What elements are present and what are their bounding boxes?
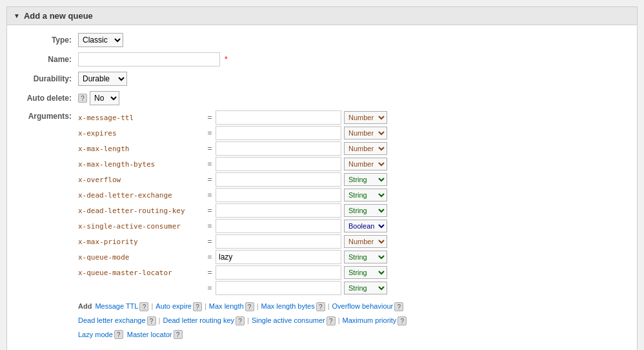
- arg-row: x-queue-mode=NumberStringBoolean: [78, 250, 407, 264]
- arg-value-6[interactable]: [216, 203, 341, 218]
- arg-type-5[interactable]: NumberStringBoolean: [344, 189, 387, 201]
- arg-key-3: x-max-length-bytes: [78, 160, 204, 169]
- arg-row: x-overflow=NumberStringBoolean: [78, 172, 407, 187]
- arg-eq-10: =: [206, 268, 213, 277]
- arg-type-2[interactable]: NumberStringBoolean: [344, 142, 387, 155]
- shortcut-maximum-priority[interactable]: Maximum priority: [343, 314, 397, 327]
- durability-row: Durability: Durable Transient: [14, 72, 630, 86]
- auto-delete-select[interactable]: No Yes: [90, 91, 119, 105]
- arg-value-4[interactable]: [216, 172, 341, 187]
- panel-body: Type: Classic Quorum Name: * Durability:…: [7, 25, 637, 350]
- arg-eq-9: =: [206, 252, 213, 262]
- type-row: Type: Classic Quorum: [14, 33, 630, 47]
- arguments-table: x-message-ttl=NumberStringBooleanx-expir…: [78, 110, 407, 295]
- shortcut-single-active-consumer[interactable]: Single active consumer: [252, 314, 325, 327]
- arg-value-10[interactable]: [216, 265, 341, 280]
- arg-type-6[interactable]: NumberStringBoolean: [344, 204, 387, 217]
- name-control: *: [78, 52, 228, 67]
- shortcut-master-locator[interactable]: Master locator: [127, 329, 172, 342]
- arg-value-8[interactable]: [216, 234, 341, 249]
- help-message-ttl[interactable]: ?: [139, 302, 148, 311]
- help-dead-letter-routing-key[interactable]: ?: [236, 316, 245, 325]
- arg-key-1: x-expires: [78, 129, 204, 138]
- sep-2: |: [205, 300, 206, 313]
- help-dead-letter-exchange[interactable]: ?: [147, 316, 156, 325]
- type-select[interactable]: Classic Quorum: [78, 33, 123, 47]
- auto-delete-help[interactable]: ?: [78, 94, 87, 103]
- arg-type-10[interactable]: NumberStringBoolean: [344, 266, 387, 279]
- type-label: Type:: [14, 36, 78, 45]
- arg-value-0[interactable]: [216, 110, 341, 125]
- arg-row: x-max-length=NumberStringBoolean: [78, 141, 407, 156]
- arg-type-1[interactable]: NumberStringBoolean: [344, 127, 387, 139]
- arg-eq-4: =: [206, 175, 213, 184]
- name-input[interactable]: [78, 52, 220, 67]
- add-queue-panel: ▼ Add a new queue Type: Classic Quorum N…: [6, 6, 638, 350]
- help-master-locator[interactable]: ?: [174, 330, 183, 339]
- arg-key-0: x-message-ttl: [78, 114, 204, 122]
- name-required: *: [225, 55, 228, 64]
- help-maximum-priority[interactable]: ?: [397, 316, 407, 325]
- shortcut-dead-letter-exchange[interactable]: Dead letter exchange: [78, 314, 146, 327]
- arg-row: x-message-ttl=NumberStringBoolean: [78, 110, 407, 125]
- arg-eq-2: =: [206, 144, 213, 153]
- sep-5: |: [159, 314, 161, 327]
- arg-value-11[interactable]: [216, 281, 341, 295]
- auto-delete-control: ? No Yes: [78, 91, 119, 105]
- shortcuts-row-1: Add Message TTL ? | Auto expire ? | Max …: [78, 300, 407, 313]
- shortcuts: Add Message TTL ? | Auto expire ? | Max …: [78, 300, 407, 341]
- arg-key-4: x-overflow: [78, 176, 204, 184]
- help-overflow-behaviour[interactable]: ?: [394, 302, 403, 311]
- arg-eq-11: =: [206, 283, 213, 293]
- arg-value-3[interactable]: [216, 157, 341, 171]
- panel-title: Add a new queue: [24, 11, 93, 21]
- arg-value-5[interactable]: [216, 188, 341, 202]
- shortcut-message-ttl[interactable]: Message TTL: [95, 300, 138, 313]
- panel-header[interactable]: ▼ Add a new queue: [7, 7, 637, 25]
- help-max-length-bytes[interactable]: ?: [316, 302, 325, 311]
- arg-eq-0: =: [206, 113, 213, 122]
- arg-row: =NumberStringBoolean: [78, 281, 407, 295]
- arg-type-0[interactable]: NumberStringBoolean: [344, 111, 387, 124]
- arg-key-9: x-queue-mode: [78, 253, 204, 262]
- shortcut-auto-expire[interactable]: Auto expire: [156, 300, 192, 313]
- arguments-container: x-message-ttl=NumberStringBooleanx-expir…: [78, 110, 407, 342]
- arg-type-11[interactable]: NumberStringBoolean: [344, 282, 387, 294]
- help-lazy-mode[interactable]: ?: [114, 330, 123, 339]
- shortcuts-row-3: Lazy mode ? Master locator ?: [78, 329, 407, 342]
- arg-type-7[interactable]: NumberStringBoolean: [344, 220, 387, 232]
- shortcut-overflow-behaviour[interactable]: Overflow behaviour: [332, 300, 394, 313]
- durability-select[interactable]: Durable Transient: [78, 72, 127, 86]
- arg-key-10: x-queue-master-locator: [78, 269, 204, 277]
- arg-type-3[interactable]: NumberStringBoolean: [344, 158, 387, 170]
- arg-type-9[interactable]: NumberStringBoolean: [344, 251, 387, 263]
- arg-row: x-single-active-consumer=NumberStringBoo…: [78, 219, 407, 233]
- arg-value-9[interactable]: [216, 250, 341, 264]
- name-label: Name:: [14, 55, 78, 64]
- arg-key-5: x-dead-letter-exchange: [78, 191, 204, 200]
- arg-type-8[interactable]: NumberStringBoolean: [344, 235, 387, 248]
- arguments-label: Arguments:: [14, 110, 78, 121]
- shortcut-max-length[interactable]: Max length: [209, 300, 244, 313]
- arg-value-2[interactable]: [216, 141, 341, 156]
- arg-value-7[interactable]: [216, 219, 341, 233]
- help-max-length[interactable]: ?: [245, 302, 254, 311]
- shortcut-dead-letter-routing-key[interactable]: Dead letter routing key: [163, 314, 234, 327]
- arg-value-1[interactable]: [216, 126, 341, 140]
- name-row: Name: *: [14, 52, 630, 67]
- arg-eq-3: =: [206, 160, 213, 169]
- sep-3: |: [257, 300, 259, 313]
- shortcut-lazy-mode[interactable]: Lazy mode: [78, 329, 113, 342]
- arg-row: x-max-priority=NumberStringBoolean: [78, 234, 407, 249]
- shortcuts-row-2: Dead letter exchange ? | Dead letter rou…: [78, 314, 407, 327]
- auto-delete-row: Auto delete: ? No Yes: [14, 91, 630, 105]
- shortcut-max-length-bytes[interactable]: Max length bytes: [261, 300, 315, 313]
- arg-row: x-expires=NumberStringBoolean: [78, 126, 407, 140]
- arg-key-8: x-max-priority: [78, 238, 204, 246]
- help-auto-expire[interactable]: ?: [193, 302, 202, 311]
- arg-type-4[interactable]: NumberStringBoolean: [344, 173, 387, 186]
- type-control: Classic Quorum: [78, 33, 123, 47]
- help-single-active-consumer[interactable]: ?: [327, 316, 336, 325]
- add-label: Add: [78, 300, 92, 313]
- arg-key-6: x-dead-letter-routing-key: [78, 207, 204, 215]
